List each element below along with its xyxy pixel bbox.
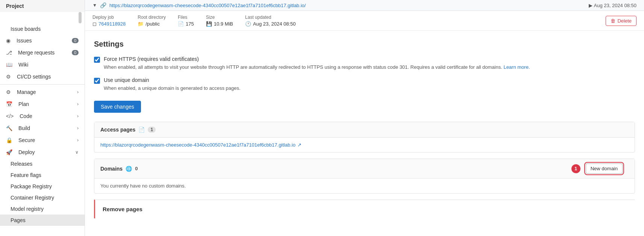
sidebar-item-pages[interactable]: Pages <box>0 215 85 226</box>
force-https-label[interactable]: Force HTTPS (requires valid certificates… <box>104 56 199 62</box>
sidebar-item-wiki[interactable]: 📖 Wiki <box>0 59 85 71</box>
deploy-bar: ▼ 🔗 https://blazorqrcodegenwasm-cheeseco… <box>85 0 644 11</box>
last-updated-item: Last updated 🕐 Aug 23, 2024 08:50 <box>245 15 296 27</box>
sidebar-item-model-registry[interactable]: Model registry <box>0 203 85 215</box>
deploy-meta-row: Deploy job ◻ 7649118928 Root directory 📁… <box>85 11 644 31</box>
deploy-job-label: Deploy job <box>92 15 126 20</box>
globe-icon: 🌐 <box>126 166 132 172</box>
chevron-right-icon: › <box>77 113 79 119</box>
secure-icon: 🔒 <box>6 137 12 143</box>
domains-count: 0 <box>135 166 138 171</box>
sidebar-item-secure[interactable]: 🔒 Secure › <box>0 134 85 146</box>
last-updated-value: 🕐 Aug 23, 2024 08:50 <box>245 21 296 27</box>
sidebar-item-plan[interactable]: 📅 Plan › <box>0 98 85 110</box>
domains-section: Domains 🌐 0 1 New domain You currently h… <box>94 159 635 194</box>
chevron-right-icon: › <box>77 89 79 95</box>
issues-icon: ◉ <box>6 38 11 44</box>
link-icon: 🔗 <box>100 2 106 8</box>
sidebar: Project Issue boards ◉ Issues 0 ⎇ Merge … <box>0 0 85 236</box>
sidebar-item-manage[interactable]: ⚙ Manage › <box>0 86 85 98</box>
sidebar-project-title: Project <box>0 0 85 12</box>
size-label: Size <box>206 15 233 20</box>
learn-more-link[interactable]: Learn more. <box>503 64 530 70</box>
scroll-indicator <box>79 12 82 23</box>
cicd-icon: ⚙ <box>6 74 11 80</box>
new-domain-button[interactable]: New domain <box>586 163 623 174</box>
sidebar-item-container-registry[interactable]: Container Registry <box>0 192 85 203</box>
no-domains-text: You currently have no custom domains. <box>94 179 635 193</box>
build-icon: 🔨 <box>6 125 12 131</box>
deploy-job-link[interactable]: 7649118928 <box>98 21 126 27</box>
unique-domain-content: Use unique domain When enabled, a unique… <box>104 77 241 92</box>
sidebar-item-code[interactable]: </> Code › <box>0 110 85 122</box>
folder-icon: 📁 <box>138 21 144 27</box>
files-label: Files <box>178 15 194 20</box>
unique-domain-label[interactable]: Use unique domain <box>104 77 149 83</box>
last-updated-label: Last updated <box>245 15 296 20</box>
callout-badge: 1 <box>571 164 580 173</box>
expand-icon: ▼ <box>92 3 97 8</box>
trash-icon: 🗑 <box>611 18 615 24</box>
job-icon: ◻ <box>92 21 97 27</box>
sidebar-item-issues[interactable]: ◉ Issues 0 <box>0 35 85 47</box>
domains-header: Domains 🌐 0 1 New domain <box>94 159 635 179</box>
disk-icon: 💾 <box>206 21 212 27</box>
size-item: Size 💾 10.9 MiB <box>206 15 233 27</box>
merge-icon: ⎇ <box>6 50 12 56</box>
sidebar-item-deploy[interactable]: 🚀 Deploy ∨ <box>0 146 85 158</box>
unique-domain-checkbox-row: Use unique domain When enabled, a unique… <box>94 77 635 92</box>
plan-icon: 📅 <box>6 101 12 107</box>
project-label: Project <box>6 3 24 9</box>
pages-url-link[interactable]: https://blazorqrcodegenwasm-cheesecode-4… <box>100 142 629 148</box>
merge-badge: 0 <box>72 50 79 55</box>
sidebar-item-issue-boards[interactable]: Issue boards <box>0 23 85 35</box>
access-pages-section: Access pages 📄 1 https://blazorqrcodegen… <box>94 122 635 153</box>
clock-icon: 🕐 <box>245 21 251 27</box>
sidebar-item-package-registry[interactable]: Package Registry <box>0 181 85 192</box>
https-checkbox-content: Force HTTPS (requires valid certificates… <box>104 56 530 71</box>
sidebar-item-cicd[interactable]: ⚙ CI/CD settings <box>0 71 85 83</box>
unique-domain-checkbox[interactable] <box>94 78 100 84</box>
deploy-icon: 🚀 <box>6 149 12 155</box>
play-icon: ▶ <box>589 3 592 8</box>
sidebar-item-build[interactable]: 🔨 Build › <box>0 122 85 134</box>
root-dir-item: Root directory 📁 /public <box>138 15 166 27</box>
files-icon: 📄 <box>178 21 184 27</box>
remove-pages-section: Remove pages <box>94 200 635 218</box>
size-value: 💾 10.9 MiB <box>206 21 233 27</box>
files-item: Files 📄 175 <box>178 15 194 27</box>
code-icon: </> <box>6 113 14 119</box>
delete-button[interactable]: 🗑 Delete <box>606 16 636 26</box>
deploy-job-item: Deploy job ◻ 7649118928 <box>92 15 126 27</box>
access-pages-count: 1 <box>148 127 156 133</box>
root-dir-label: Root directory <box>138 15 166 20</box>
deploy-timestamp: ▶ Aug 23, 2024 08:50 <box>589 3 637 8</box>
save-changes-button[interactable]: Save changes <box>94 101 141 113</box>
root-dir-value: 📁 /public <box>138 21 166 27</box>
chevron-down-icon: ∨ <box>75 150 79 155</box>
access-pages-icon: 📄 <box>138 127 145 133</box>
https-checkbox-row: Force HTTPS (requires valid certificates… <box>94 56 635 71</box>
access-pages-body: https://blazorqrcodegenwasm-cheesecode-4… <box>94 138 635 152</box>
settings-title: Settings <box>94 40 635 48</box>
chevron-right-icon: › <box>77 101 79 107</box>
divider <box>0 84 85 85</box>
wiki-icon: 📖 <box>6 62 12 68</box>
chevron-right-icon: › <box>77 138 79 143</box>
issues-badge: 0 <box>72 38 79 43</box>
sidebar-item-releases[interactable]: Releases <box>0 158 85 169</box>
chevron-right-icon: › <box>77 126 79 131</box>
sidebar-item-feature-flags[interactable]: Feature flags <box>0 169 85 181</box>
external-link-icon: ↗ <box>297 142 302 148</box>
access-pages-title: Access pages <box>100 127 135 133</box>
force-https-desc: When enabled, all attempts to visit your… <box>104 64 530 71</box>
sidebar-item-merge-requests[interactable]: ⎇ Merge requests 0 <box>0 47 85 59</box>
deploy-job-value: ◻ 7649118928 <box>92 21 126 27</box>
access-pages-header: Access pages 📄 1 <box>94 122 635 138</box>
force-https-checkbox[interactable] <box>94 57 100 63</box>
manage-icon: ⚙ <box>6 89 11 95</box>
settings-area: Settings Force HTTPS (requires valid cer… <box>85 31 644 227</box>
domains-title: Domains <box>100 166 123 172</box>
deploy-url-link[interactable]: https://blazorqrcodegenwasm-cheesecode-4… <box>109 3 306 8</box>
remove-pages-title: Remove pages <box>103 206 627 212</box>
